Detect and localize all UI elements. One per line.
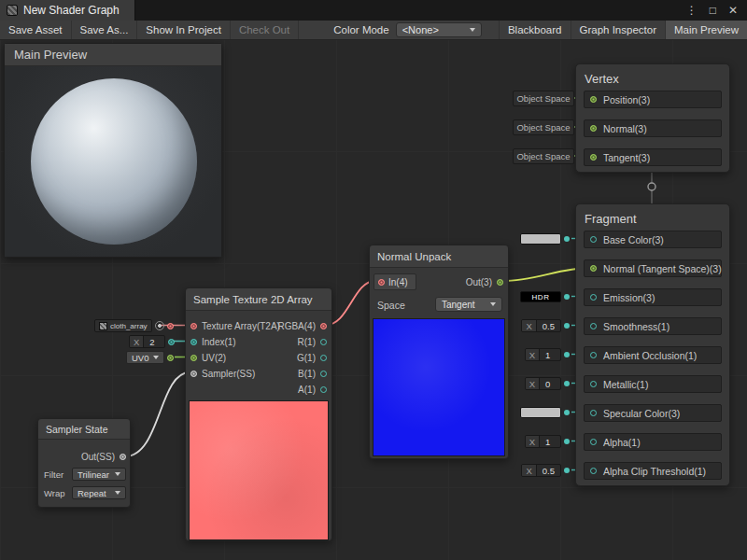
tangent-port[interactable] (590, 154, 597, 161)
normal-unpack-node[interactable]: Normal Unpack In(4) Out(3) Space Tangent (369, 245, 509, 459)
g-port[interactable] (320, 355, 327, 361)
cloth-array-texture-field[interactable]: cloth_array (94, 319, 174, 332)
smoothness-field[interactable]: X0.5 (521, 319, 570, 332)
rgba-port[interactable] (320, 323, 327, 329)
fragment-row-specular-color[interactable]: Specular Color(3) (584, 404, 722, 422)
save-as-button[interactable]: Save As... (72, 21, 138, 39)
fragment-block[interactable]: Fragment Base Color(3) Normal (Tangent S… (575, 203, 730, 486)
r-port[interactable] (320, 339, 327, 345)
fragment-row-smoothness[interactable]: Smoothness(1) (584, 317, 722, 335)
metallic-field[interactable]: X0 (525, 377, 570, 390)
object-space-position-widget[interactable]: Object Space (513, 91, 574, 106)
cloth-array-out-port[interactable] (167, 323, 174, 329)
fragment-row-normal-tangent[interactable]: Normal (Tangent Space)(3) (584, 259, 722, 277)
color-swatch[interactable] (520, 233, 561, 245)
main-preview-panel[interactable]: Main Preview (4, 43, 222, 258)
emission-port[interactable] (590, 294, 597, 301)
vertex-row-tangent[interactable]: Tangent(3) (584, 148, 722, 166)
color-mode-dropdown[interactable]: <None> (396, 22, 482, 37)
vertex-block[interactable]: Vertex Position(3) Normal(3) Tangent(3) (575, 63, 730, 173)
fragment-row-alpha[interactable]: Alpha(1) (584, 433, 722, 451)
a-port[interactable] (320, 386, 327, 393)
vertex-row-normal[interactable]: Normal(3) (584, 119, 722, 137)
position-port[interactable] (590, 96, 597, 103)
vertex-row-position[interactable]: Position(3) (584, 91, 722, 108)
main-preview-toggle-button[interactable]: Main Preview (665, 21, 747, 39)
fragment-row-alpha-clip-threshold[interactable]: Alpha Clip Threshold(1) (584, 462, 722, 480)
color-swatch[interactable] (520, 407, 561, 418)
object-space-tangent-widget[interactable]: Object Space (513, 148, 574, 164)
wrap-dropdown[interactable]: Repeat (72, 486, 126, 499)
output-out3[interactable]: Out(3) (466, 274, 503, 289)
maximize-icon[interactable]: □ (710, 5, 716, 16)
input-sampler[interactable]: Sampler(SS) (190, 366, 255, 381)
input-uv[interactable]: UV(2) (190, 350, 226, 365)
widget-port (564, 381, 570, 386)
save-asset-button[interactable]: Save Asset (0, 21, 72, 39)
alpha-clip-threshold-port[interactable] (590, 468, 597, 474)
output-b[interactable]: B(1) (298, 366, 327, 381)
output-g[interactable]: G(1) (297, 350, 327, 365)
metallic-port[interactable] (590, 381, 597, 387)
uv-port[interactable] (190, 355, 197, 361)
fragment-row-emission[interactable]: Emission(3) (584, 288, 722, 306)
graph-inspector-toggle-button[interactable]: Graph Inspector (571, 21, 665, 39)
normal-port[interactable] (590, 125, 597, 132)
input-in4[interactable]: In(4) (374, 273, 416, 290)
output-rgba[interactable]: RGBA(4) (277, 318, 327, 333)
texture-array-port[interactable] (190, 323, 197, 329)
base-color-swatch[interactable] (520, 232, 570, 245)
titlebar: New Shader Graph ⋮ □ ✕ (0, 0, 747, 21)
specular-color-port[interactable] (590, 410, 597, 416)
main-preview-viewport[interactable] (5, 66, 221, 257)
filter-dropdown[interactable]: Trilinear (72, 468, 126, 481)
color-mode-value: <None> (402, 24, 439, 35)
alpha-clip-threshold-field[interactable]: X0.5 (521, 464, 570, 477)
ambient-occlusion-field[interactable]: X1 (525, 348, 570, 361)
out-ss-port[interactable] (120, 454, 126, 460)
alpha-field[interactable]: X1 (525, 435, 570, 448)
blackboard-toggle-button[interactable]: Blackboard (499, 21, 571, 39)
sample-texture-2d-array-node[interactable]: Sample Texture 2D Array Texture Array(T2… (185, 287, 332, 541)
specular-color-swatch[interactable] (520, 406, 570, 419)
base-color-port[interactable] (590, 236, 597, 243)
output-out-ss[interactable]: Out(SS) (81, 449, 126, 464)
fragment-row-base-color[interactable]: Base Color(3) (584, 231, 722, 248)
fragment-row-metallic[interactable]: Metallic(1) (584, 375, 722, 393)
ambient-occlusion-port[interactable] (590, 352, 597, 358)
index-port[interactable] (190, 339, 197, 345)
object-picker-icon[interactable] (155, 321, 164, 330)
sampler-state-node[interactable]: Sampler State Out(SS) Filter Trilinear W… (37, 418, 131, 508)
uv-channel-dropdown[interactable]: UV0 (126, 351, 174, 364)
object-space-normal-widget[interactable]: Object Space (513, 119, 574, 135)
emission-hdr-swatch[interactable]: HDR (520, 290, 570, 303)
space-dropdown[interactable]: Tangent (435, 297, 502, 312)
input-texture-array[interactable]: Texture Array(T2A) (190, 318, 280, 333)
uv-out-port[interactable] (167, 355, 174, 361)
index-value-field[interactable]: X2 (129, 335, 175, 348)
fragment-row-ambient-occlusion[interactable]: Ambient Occlusion(1) (584, 346, 722, 364)
tab-new-shader-graph[interactable]: New Shader Graph (0, 0, 135, 21)
menu-kebab-icon[interactable]: ⋮ (686, 5, 698, 16)
normal-tangent-port[interactable] (590, 265, 597, 272)
index-out-port[interactable] (168, 339, 175, 345)
sampler-port[interactable] (190, 371, 197, 377)
input-index[interactable]: Index(1) (190, 334, 236, 349)
b-port[interactable] (320, 371, 327, 377)
position-label: Position(3) (603, 94, 650, 105)
in4-port[interactable] (378, 279, 385, 286)
out3-port[interactable] (497, 279, 503, 286)
texture-thumbnail-icon (99, 322, 107, 330)
close-icon[interactable]: ✕ (728, 5, 738, 16)
alpha-port[interactable] (590, 439, 597, 445)
toolbar: Save Asset Save As... Show In Project Ch… (0, 21, 747, 40)
tab-title: New Shader Graph (23, 4, 120, 17)
output-r[interactable]: R(1) (298, 334, 327, 349)
sample-node-title: Sample Texture 2D Array (186, 288, 331, 311)
shader-graph-icon (7, 5, 18, 16)
hdr-color-swatch[interactable]: HDR (520, 291, 561, 302)
show-in-project-button[interactable]: Show In Project (137, 21, 231, 39)
smoothness-port[interactable] (590, 323, 597, 329)
color-mode-label: Color Mode (327, 24, 395, 35)
output-a[interactable]: A(1) (298, 382, 327, 397)
